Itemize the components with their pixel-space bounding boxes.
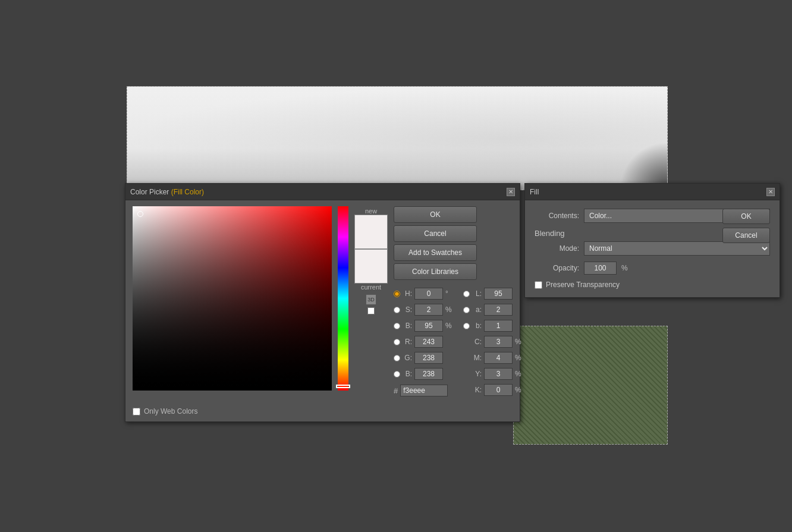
b-radio[interactable]: [394, 323, 400, 329]
s-unit: %: [445, 306, 454, 314]
k-unit: %: [515, 386, 523, 394]
color-controls: OK Cancel Add to Swatches Color Librarie…: [394, 206, 523, 396]
b-unit: %: [445, 322, 454, 330]
lab-cmyk-fields: L: a: b:: [463, 287, 523, 396]
fill-dialog: Fill ✕ Contents: Color... Blending Mode:…: [524, 183, 780, 298]
y-label: Y:: [472, 370, 482, 378]
new-color-box: [354, 215, 388, 249]
m-input[interactable]: [484, 352, 513, 364]
k-input[interactable]: [484, 384, 513, 396]
canvas-image-bottom: [513, 326, 668, 445]
hue-slider[interactable]: [338, 206, 348, 391]
canvas-fog: [127, 87, 667, 190]
fill-body-wrapper: Contents: Color... Blending Mode: Normal…: [525, 200, 780, 297]
b-input[interactable]: [414, 320, 443, 332]
b-lab-input[interactable]: [484, 320, 513, 332]
h-field-row: H: °: [394, 287, 454, 300]
canvas-image-top: [127, 86, 668, 190]
color-picker-footer: Only Web Colors: [125, 404, 520, 421]
a-input[interactable]: [484, 304, 513, 316]
fill-contents-label: Contents:: [535, 212, 579, 220]
color-picker-close-button[interactable]: ✕: [507, 188, 515, 196]
fill-mode-label: Mode:: [535, 244, 579, 253]
hue-slider-container[interactable]: [338, 206, 348, 391]
color-preview-container: new current 3D: [354, 207, 388, 396]
hex-symbol: #: [394, 386, 398, 395]
b-label: B:: [403, 322, 412, 330]
only-web-colors-checkbox[interactable]: [133, 408, 140, 415]
y-field-row: Y: %: [463, 367, 523, 380]
color-spectrum[interactable]: [133, 206, 332, 391]
fill-opacity-input[interactable]: [584, 262, 617, 275]
fill-close-button[interactable]: ✕: [766, 188, 775, 196]
fill-opacity-label: Opacity:: [535, 264, 579, 272]
fill-mode-row: Mode: Normal: [535, 241, 770, 256]
add-to-swatches-button[interactable]: Add to Swatches: [394, 244, 477, 261]
l-label: L:: [472, 289, 482, 298]
color-picker-titlebar: Color Picker (Fill Color) ✕: [125, 184, 520, 200]
fill-title: Fill: [530, 188, 539, 196]
a-radio[interactable]: [463, 307, 470, 313]
s-field-row: S: %: [394, 303, 454, 316]
hsb-fields: H: ° S: % B:: [394, 287, 454, 396]
fill-preserve-checkbox[interactable]: [535, 281, 542, 289]
fill-cancel-button[interactable]: Cancel: [722, 228, 770, 243]
r-input[interactable]: [414, 336, 443, 348]
c-input[interactable]: [484, 336, 513, 348]
blue-label: B:: [403, 370, 412, 378]
cancel-button[interactable]: Cancel: [394, 225, 477, 242]
canvas-dark-corner: [620, 142, 667, 190]
h-radio[interactable]: [394, 291, 400, 297]
s-label: S:: [403, 306, 412, 314]
b-lab-field-row: b:: [463, 319, 523, 332]
k-label: K:: [472, 386, 482, 394]
c-field-row: C: %: [463, 335, 523, 348]
k-field-row: K: %: [463, 383, 523, 396]
blue-input[interactable]: [414, 368, 443, 380]
only-web-colors-label: Only Web Colors: [144, 407, 197, 415]
fill-titlebar: Fill ✕: [525, 184, 780, 200]
l-field-row: L:: [463, 287, 523, 300]
b-lab-radio[interactable]: [463, 323, 470, 329]
color-libraries-button[interactable]: Color Libraries: [394, 263, 477, 280]
s-radio[interactable]: [394, 307, 400, 313]
new-color-label: new: [365, 207, 377, 215]
g-radio[interactable]: [394, 355, 400, 361]
h-unit: °: [445, 289, 454, 298]
current-color-box[interactable]: [354, 249, 388, 284]
fill-ok-button[interactable]: OK: [722, 209, 770, 224]
h-input[interactable]: [414, 288, 443, 300]
fill-opacity-row: Opacity: %: [535, 262, 770, 275]
s-input[interactable]: [414, 304, 443, 316]
hex-input[interactable]: [400, 385, 448, 396]
r-label: R:: [403, 338, 412, 346]
color-picker-dialog: Color Picker (Fill Color) ✕ new current …: [125, 183, 520, 422]
fill-opacity-unit: %: [621, 264, 628, 272]
b-field-row: B: %: [394, 319, 454, 332]
fill-preserve-row: Preserve Transparency: [535, 281, 770, 289]
l-radio[interactable]: [463, 291, 470, 297]
gamut-warning-icon: 3D: [366, 294, 376, 305]
fill-preserve-label: Preserve Transparency: [546, 281, 620, 289]
blue-radio[interactable]: [394, 371, 400, 377]
l-input[interactable]: [484, 288, 513, 300]
color-picker-body: new current 3D OK Cancel Add to Swatches…: [125, 200, 520, 404]
y-unit: %: [515, 370, 523, 378]
fill-mode-select[interactable]: Normal: [584, 241, 770, 256]
a-field-row: a:: [463, 303, 523, 316]
c-label: C:: [472, 338, 482, 346]
fill-buttons: OK Cancel: [722, 209, 770, 243]
color-fields-section: H: ° S: % B:: [394, 287, 523, 396]
r-radio[interactable]: [394, 339, 400, 345]
ok-button[interactable]: OK: [394, 206, 477, 223]
a-label: a:: [472, 306, 482, 314]
g-input[interactable]: [414, 352, 443, 364]
web-color-icon: [367, 307, 375, 314]
y-input[interactable]: [484, 368, 513, 380]
fill-blending-label: Blending: [535, 229, 565, 238]
spectrum-cursor: [137, 211, 143, 217]
g-field-row: G:: [394, 351, 454, 364]
current-color-label: current: [361, 284, 381, 291]
b-lab-label: b:: [472, 322, 482, 330]
blue-field-row: B:: [394, 367, 454, 380]
